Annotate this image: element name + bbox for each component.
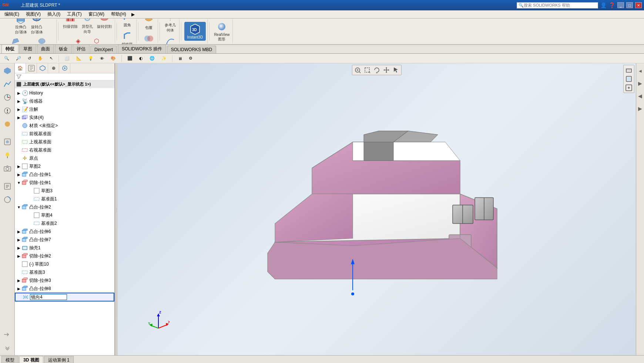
user-icon[interactable]: 👤	[600, 2, 607, 8]
bottom-tab-3dview[interactable]: 3D 视图	[19, 356, 43, 363]
tree-item-cut-extrude1[interactable]: ▼ 切除-拉伸1	[15, 179, 114, 187]
expand-boss-extrude6[interactable]: ▶	[16, 229, 21, 234]
collapse-handle[interactable]: ⋮	[115, 63, 118, 355]
left-btn-sketch[interactable]	[1, 78, 13, 90]
expand-sensors[interactable]: ▶	[16, 99, 21, 104]
tab-sheetmetal[interactable]: 钣金	[55, 44, 72, 53]
tree-item-top-plane[interactable]: 上视基准面	[15, 138, 114, 146]
expand-cut-extrude3[interactable]: ▶	[16, 278, 21, 283]
left-btn-tasks[interactable]	[1, 180, 13, 192]
tab-evaluate[interactable]: 评估	[73, 44, 90, 53]
ft-tab-home[interactable]: 🏠	[15, 63, 26, 73]
btn-intersect[interactable]: 相交	[141, 32, 156, 45]
close-btn[interactable]: ✕	[635, 2, 642, 8]
btn-hole-wizard[interactable]: 异型孔向导	[80, 19, 95, 35]
view-lighting[interactable]: 💡	[85, 55, 96, 62]
search-input[interactable]	[524, 3, 583, 7]
tab-dimxpert[interactable]: DimXpert	[90, 46, 117, 53]
expand-annotations[interactable]: ▶	[16, 107, 21, 112]
expand-shell1[interactable]: ▶	[16, 245, 21, 250]
view-rotate[interactable]: ↺	[25, 55, 34, 62]
btn-chamfer[interactable]: 线性阵列	[120, 29, 135, 45]
btn-ref-geometry[interactable]: 参考几何体	[163, 19, 178, 34]
tree-item-boss-extrude7[interactable]: ▶ 凸台-拉伸7	[15, 236, 114, 244]
tree-item-cut-extrude2[interactable]: ▶ 切除-拉伸2	[15, 252, 114, 260]
tree-item-sketch2[interactable]: ▶ 草图2	[15, 162, 114, 170]
tree-item-boss-extrude2[interactable]: ▼ 凸台-拉伸2	[15, 203, 114, 211]
expand-boss-extrude7[interactable]: ▶	[16, 237, 21, 242]
tab-features[interactable]: 特征	[1, 44, 19, 53]
vp-btn-select[interactable]	[392, 66, 400, 74]
tree-item-boss-extrude6[interactable]: ▶ 凸台-拉伸6	[15, 227, 114, 236]
tree-item-annotations[interactable]: ▶ 📝 注解	[15, 105, 114, 113]
view-section[interactable]: ⬜	[62, 55, 72, 62]
left-btn-features[interactable]	[1, 65, 13, 77]
tree-item-boss-extrude1[interactable]: ▶ 凸台-拉伸1	[15, 170, 114, 179]
tree-item-front-plane[interactable]: 前视基准面	[15, 130, 114, 138]
right-btn-3[interactable]: ◀	[637, 90, 644, 102]
tree-item-boss-extrude8[interactable]: ▶ 凸台-拉伸8	[15, 284, 114, 293]
right-btn-2[interactable]: ▶	[637, 77, 644, 89]
expand-history[interactable]: ▶	[16, 90, 21, 96]
help-icon[interactable]: ❓	[609, 2, 615, 8]
btn-revolve-boss[interactable]: 旋转凸台/基体	[29, 19, 44, 36]
view-display[interactable]: 🖥	[175, 55, 185, 62]
vp-btn-display[interactable]	[624, 75, 633, 83]
tree-item-right-plane[interactable]: 右视基准面	[15, 146, 114, 154]
expand-sketch2[interactable]: ▶	[16, 164, 21, 169]
minimize-btn[interactable]: _	[617, 2, 624, 8]
btn-loft-boss[interactable]: 放样凸台/基体	[3, 36, 28, 45]
menu-item-tools[interactable]: 工具(T)	[64, 10, 84, 18]
view-scene[interactable]: 🌐	[147, 55, 157, 62]
tree-item-mirror4[interactable]	[15, 293, 114, 302]
ft-tab-config[interactable]: ⊕	[48, 63, 59, 73]
tree-item-sensors[interactable]: ▶ 📡 传感器	[15, 97, 114, 105]
btn-extrude-cut[interactable]: 扫描切除	[61, 19, 79, 35]
tree-item-history[interactable]: ▶ 🕐 History	[15, 89, 114, 97]
btn-realview[interactable]: RealView图形	[212, 20, 231, 43]
tree-item-plane3[interactable]: 基准面3	[15, 268, 114, 276]
vp-btn-section[interactable]	[624, 66, 633, 74]
tree-item-origin[interactable]: ✛ 原点	[15, 154, 114, 162]
left-btn-light[interactable]	[1, 149, 13, 161]
view-pan[interactable]: ✋	[35, 55, 46, 62]
btn-instant3d[interactable]: 3D Instant3D	[184, 22, 206, 41]
btn-boss-extrude[interactable]: 拉伸凸台/基体	[13, 19, 28, 36]
btn-loft-cut[interactable]: ◈ 放样切割	[69, 36, 87, 45]
ft-tab-tree[interactable]	[26, 63, 37, 73]
menu-item-view[interactable]: 视图(V)	[23, 10, 44, 18]
view-dynamic-annotation[interactable]: 📐	[74, 55, 84, 62]
vp-btn-pan[interactable]	[382, 66, 391, 74]
tab-sw-mbd[interactable]: SOLIDWORKS MBD	[167, 46, 216, 53]
left-btn-analysis[interactable]	[1, 91, 13, 103]
view-display-style[interactable]: ⬛	[125, 55, 135, 62]
vp-btn-zoom-area[interactable]	[363, 66, 372, 74]
btn-boundary-cut[interactable]: ⬡ 边界切除	[88, 36, 105, 45]
btn-boundary-boss[interactable]: 边界凸台/基体	[29, 36, 55, 45]
tree-item-sketch3[interactable]: 草图3	[15, 187, 114, 195]
left-btn-properties[interactable]	[1, 105, 13, 117]
left-btn-scene[interactable]	[1, 136, 13, 148]
ft-tab-properties[interactable]	[37, 63, 48, 73]
menu-item-window[interactable]: 窗口(W)	[85, 10, 107, 18]
view-settings[interactable]: ⚙	[186, 55, 195, 62]
btn-wrap[interactable]: 包覆	[141, 19, 156, 31]
tree-item-sketch10[interactable]: (-) 草图10	[15, 260, 114, 268]
tab-surface[interactable]: 曲面	[37, 44, 54, 53]
right-btn-1[interactable]: ◀	[637, 65, 644, 77]
right-btn-4[interactable]: ▶	[637, 103, 644, 114]
menu-item-edit[interactable]: 编辑(E)	[1, 10, 22, 18]
view-appearance[interactable]: 🎨	[108, 55, 118, 62]
tree-item-sketch4[interactable]: 草图4	[15, 211, 114, 219]
tree-item-cut-extrude3[interactable]: ▶ 切除-拉伸3	[15, 276, 114, 284]
tree-item-material[interactable]: 材质 <未指定>	[15, 121, 114, 130]
left-btn-custom[interactable]	[1, 194, 13, 206]
view-realview-toggle[interactable]: ✨	[159, 55, 169, 62]
bottom-tab-motion[interactable]: 运动算例 1	[44, 356, 74, 363]
menu-item-insert[interactable]: 插入(I)	[44, 10, 63, 18]
btn-revolve-cut[interactable]: 旋转切割	[95, 19, 113, 35]
view-select[interactable]: ↖	[47, 55, 56, 62]
vp-btn-expand[interactable]	[624, 84, 633, 92]
ft-tab-display[interactable]	[59, 63, 70, 73]
tab-sw-plugins[interactable]: SOLIDWORKS 插件	[118, 44, 166, 53]
